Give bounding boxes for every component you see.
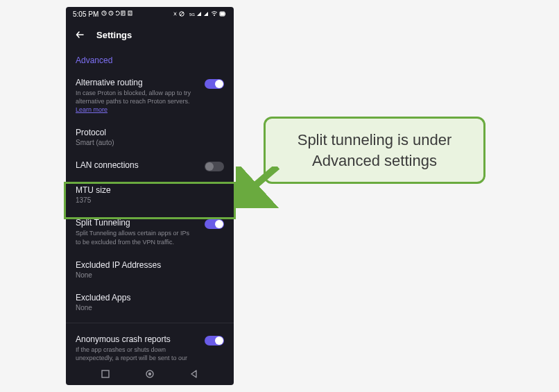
svg-rect-19 (221, 12, 225, 16)
setting-value: Smart (auto) (76, 139, 224, 146)
setting-title: Split Tunneling (76, 218, 196, 228)
status-right-icons: 5G (171, 10, 227, 17)
setting-mtu-size[interactable]: MTU size 1375 (66, 178, 234, 211)
toggle-crash-reports[interactable] (205, 336, 224, 346)
setting-value: 1375 (76, 196, 224, 204)
setting-protocol[interactable]: Protocol Smart (auto) (66, 121, 234, 153)
setting-excluded-ips[interactable]: Excluded IP Addresses None (66, 253, 234, 286)
back-arrow-icon[interactable] (74, 28, 87, 41)
setting-title: Protocol (76, 128, 224, 137)
svg-text:5G: 5G (189, 12, 195, 17)
svg-text:2: 2 (129, 11, 131, 15)
setting-lan-connections[interactable]: LAN connections (66, 153, 234, 178)
status-left-icons: P 2 (101, 10, 143, 18)
setting-excluded-apps[interactable]: Excluded Apps None (66, 286, 234, 318)
setting-desc: Split Tunneling allows certain apps or I… (76, 229, 196, 246)
status-time: 5:05 PM (73, 10, 98, 18)
nav-home-icon[interactable] (145, 369, 155, 379)
svg-marker-11 (173, 12, 177, 16)
setting-title: Excluded IP Addresses (76, 260, 224, 270)
setting-title: Alternative routing (76, 78, 196, 87)
setting-value: None (76, 271, 224, 279)
divider (66, 323, 234, 323)
setting-title: LAN connections (76, 160, 196, 170)
phone-frame: 5:05 PM P 2 (66, 7, 234, 385)
svg-marker-24 (191, 370, 196, 377)
callout-arrow-icon (236, 167, 284, 211)
callout-text: Split tunneling is under Advanced settin… (281, 130, 468, 171)
learn-more-link[interactable]: Learn more (76, 106, 108, 113)
svg-line-13 (180, 12, 184, 16)
callout-bubble: Split tunneling is under Advanced settin… (264, 117, 485, 184)
settings-content: Advanced Alternative routing In case Pro… (66, 49, 234, 363)
svg-rect-20 (225, 13, 225, 15)
toggle-split-tunneling[interactable] (205, 219, 224, 229)
status-bar: 5:05 PM P 2 (66, 7, 234, 21)
toggle-lan-connections[interactable] (205, 162, 224, 171)
nav-back-icon[interactable] (189, 369, 199, 379)
setting-title: MTU size (76, 185, 224, 195)
section-advanced-label: Advanced (66, 53, 234, 71)
svg-rect-21 (102, 370, 109, 377)
setting-desc: In case Proton is blocked, allow app to … (76, 89, 196, 114)
svg-point-17 (214, 15, 215, 16)
setting-split-tunneling[interactable]: Split Tunneling Split Tunneling allows c… (66, 211, 234, 253)
setting-value: None (76, 304, 224, 312)
svg-marker-16 (204, 12, 208, 16)
setting-title: Anonymous crash reports (76, 334, 196, 344)
setting-alternative-routing[interactable]: Alternative routing In case Proton is bl… (66, 71, 234, 121)
setting-anonymous-crash-reports[interactable]: Anonymous crash reports If the app crash… (66, 327, 234, 363)
app-header: Settings (66, 21, 234, 49)
svg-text:P: P (122, 11, 125, 15)
page-title: Settings (96, 30, 132, 40)
setting-title: Excluded Apps (76, 293, 224, 302)
toggle-alternative-routing[interactable] (205, 79, 224, 89)
nav-recent-icon[interactable] (101, 369, 110, 379)
svg-point-23 (148, 373, 151, 375)
svg-line-5 (111, 13, 112, 14)
android-nav-bar (66, 363, 234, 385)
svg-marker-15 (197, 12, 201, 16)
setting-desc: If the app crashes or shuts down unexpec… (76, 346, 196, 363)
